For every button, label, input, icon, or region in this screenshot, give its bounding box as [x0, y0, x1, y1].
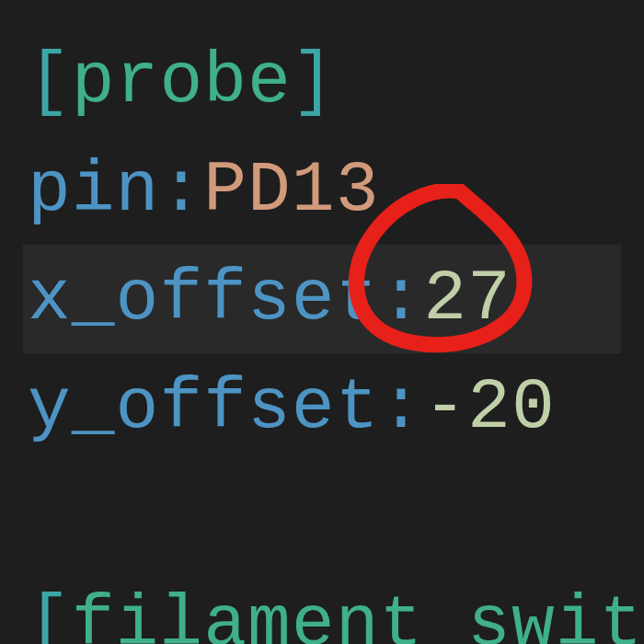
code-line-x-offset: x_offset:27	[23, 245, 621, 353]
section-name-partial: filament_swit	[72, 571, 644, 645]
code-line-section: [probe]	[23, 28, 621, 136]
colon: :	[379, 246, 423, 353]
code-line-pin: pin:PD13	[23, 136, 621, 245]
config-value-y-offset: -20	[423, 354, 555, 462]
code-editor[interactable]: [probe] pin:PD13 x_offset:27 y_offset:-2…	[0, 0, 644, 644]
bracket-open: [	[28, 571, 72, 645]
config-key: x_offset	[28, 246, 379, 353]
colon: :	[379, 354, 423, 462]
config-value-x-offset: 27	[423, 246, 512, 353]
config-key: y_offset	[28, 354, 379, 462]
config-value-pin: PD13	[203, 137, 379, 245]
section-name: probe	[72, 29, 292, 136]
bracket-open: [	[28, 29, 72, 136]
code-line-blank	[23, 462, 621, 570]
code-line-y-offset: y_offset:-20	[23, 353, 621, 462]
bracket-close: ]	[292, 29, 336, 136]
colon: :	[159, 137, 203, 245]
code-line-next-section: [filament_swit	[23, 570, 621, 644]
config-key: pin	[28, 137, 159, 245]
